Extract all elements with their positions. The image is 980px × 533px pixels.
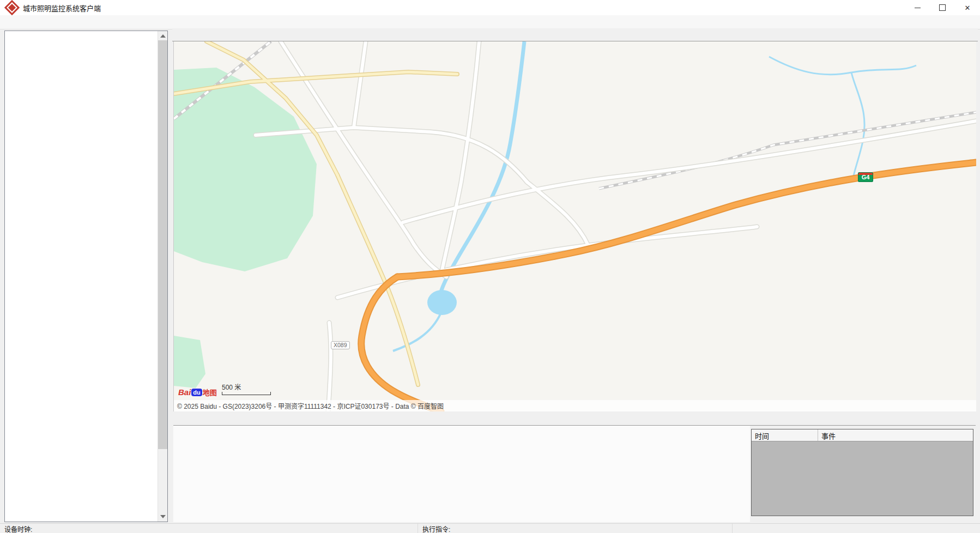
event-log-col-time[interactable]: 时间	[752, 429, 818, 441]
baidu-logo: Bai du 地图	[178, 387, 217, 397]
menu-bar	[0, 15, 980, 29]
bottom-tab-bar	[173, 413, 976, 426]
close-button[interactable]: ✕	[955, 0, 980, 15]
tree-scrollbar[interactable]	[158, 31, 167, 522]
map-canvas[interactable]: G4 X089 Bai du 地图 500 米 © 2025 Baidu - G…	[173, 41, 976, 411]
title-bar: 城市照明监控系统客户端 ✕	[0, 0, 980, 16]
map-base-svg	[174, 41, 976, 411]
minimize-button[interactable]	[905, 0, 930, 15]
map-attribution: © 2025 Baidu - GS(2023)3206号 - 甲测资字11111…	[174, 400, 976, 411]
scroll-up-icon[interactable]	[160, 34, 166, 38]
device-tree	[5, 31, 158, 522]
main-tab-bar	[172, 28, 978, 41]
scroll-down-icon[interactable]	[160, 515, 166, 518]
device-tree-panel	[4, 31, 168, 522]
map-scale-bar: 500 米	[222, 382, 271, 395]
maximize-button[interactable]	[930, 0, 955, 15]
event-log-header: 时间 事件	[752, 429, 973, 441]
baidu-logo-du: du	[191, 389, 202, 396]
status-bar: 设备时钟: 执行指令:	[0, 523, 980, 533]
scrollbar-thumb[interactable]	[158, 40, 167, 449]
bottom-panel: 时间 事件	[173, 413, 976, 522]
exec-command-status: 执行指令:	[418, 524, 733, 533]
baidu-logo-bai: Bai	[178, 387, 191, 397]
baidu-logo-map: 地图	[203, 387, 217, 397]
x089-road-label: X089	[331, 341, 350, 349]
event-log-col-event[interactable]: 事件	[818, 429, 973, 441]
status-cards-area	[173, 426, 750, 522]
app-logo-icon	[4, 0, 20, 15]
app-title: 城市照明监控系统客户端	[23, 3, 101, 13]
device-clock-status: 设备时钟:	[0, 524, 418, 533]
map-scale-label: 500 米	[222, 384, 241, 391]
g4-highway-shield: G4	[858, 172, 873, 182]
event-log: 时间 事件	[751, 429, 973, 516]
